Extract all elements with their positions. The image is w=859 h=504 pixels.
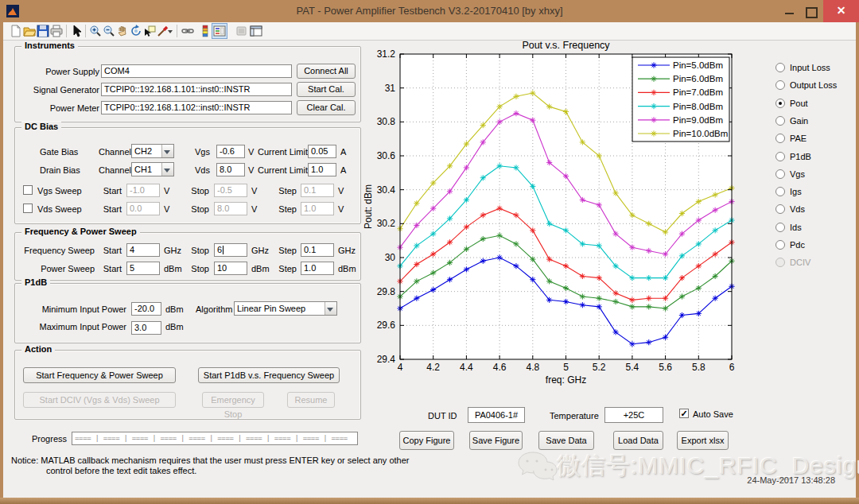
pan-icon[interactable]: [116, 25, 129, 37]
open-file-icon[interactable]: [23, 25, 36, 37]
vgs-sweep-step-field[interactable]: 0.1: [301, 184, 334, 197]
vgs-field[interactable]: -0.6: [216, 145, 245, 158]
freq-start-field[interactable]: 4: [126, 243, 160, 257]
radio-circle-icon[interactable]: [775, 116, 785, 126]
vds-sweep-start-field[interactable]: 0.0: [126, 202, 160, 215]
brush-dropdown-icon[interactable]: [167, 25, 173, 37]
radio-circle-icon[interactable]: [775, 204, 785, 214]
copy-figure-button[interactable]: Copy Figure: [399, 431, 454, 450]
freq-stop-field[interactable]: 6: [214, 243, 247, 257]
insert-colorbar-icon[interactable]: [199, 25, 212, 37]
vds-sweep-stop-field[interactable]: 8.0: [214, 202, 247, 215]
radio-circle-icon[interactable]: [775, 240, 785, 250]
chart-xlabel: freq: GHz: [546, 374, 586, 386]
svg-text:30: 30: [385, 252, 396, 263]
signal-generator-field[interactable]: TCPIP0::192.168.1.101::inst0::INSTR: [101, 83, 292, 96]
radio-label: P1dB: [790, 152, 811, 161]
load-data-button[interactable]: Load Data: [613, 431, 663, 450]
vgs-sweep-start-unit: V: [164, 186, 169, 196]
radio-circle-icon[interactable]: [775, 169, 785, 179]
drain-channel-select[interactable]: CH1: [131, 162, 174, 176]
save-data-button[interactable]: Save Data: [538, 431, 594, 450]
svg-text:4.2: 4.2: [426, 362, 440, 373]
legend-entry-pin-5-0dbm: Pin=5.0dBm: [673, 60, 723, 70]
radio-circle-icon[interactable]: [775, 80, 785, 90]
wechat-icon: [517, 451, 558, 486]
zoom-in-icon[interactable]: [89, 25, 102, 37]
radio-circle-icon[interactable]: [775, 63, 785, 72]
link-plots-icon[interactable]: [181, 25, 194, 37]
save-figure-button[interactable]: Save Figure: [469, 431, 523, 450]
vds-field[interactable]: 8.0: [216, 163, 245, 176]
radio-circle-icon[interactable]: [775, 187, 785, 196]
power-meter-field[interactable]: TCPIP0::192.168.1.102::inst0::INSTR: [101, 101, 292, 114]
gate-limit-field[interactable]: 0.05: [308, 145, 336, 158]
emergency-stop-button[interactable]: Emergency Stop: [202, 392, 264, 408]
auto-save-label: Auto Save: [693, 409, 733, 419]
radio-circle-icon[interactable]: [775, 223, 785, 232]
power-supply-field[interactable]: COM4: [101, 64, 292, 78]
temperature-field[interactable]: +25C: [604, 407, 663, 423]
svg-text:4: 4: [398, 362, 403, 373]
radio-circle-icon[interactable]: [775, 134, 785, 143]
resume-button[interactable]: Resume: [287, 392, 335, 408]
auto-save-checkbox[interactable]: ✓: [679, 409, 689, 418]
gate-bias-label: Gate Bias: [40, 147, 78, 157]
chart-ylabel: Pout: dBm: [363, 184, 374, 229]
drain-limit-field[interactable]: 1.0: [308, 163, 336, 176]
instruments-panel-title: Instruments: [21, 41, 78, 50]
radio-circle-icon[interactable]: [775, 99, 785, 108]
radio-circle-icon[interactable]: [775, 152, 785, 161]
vds-label: Vds: [186, 165, 210, 175]
gate-channel-label: Channel: [99, 147, 131, 157]
freq-step-field[interactable]: 0.1: [301, 243, 334, 257]
notice-text: Notice: MATLAB callback mechanism requir…: [11, 456, 410, 476]
max-input-power-field[interactable]: 3.0: [131, 321, 161, 335]
radio-label: Vgs: [790, 169, 805, 179]
algorithm-select[interactable]: Linear Pin Sweep: [234, 301, 337, 316]
vgs-sweep-stop-unit: V: [251, 186, 257, 196]
save-figure-icon[interactable]: [37, 25, 49, 37]
vgs-sweep-checkbox[interactable]: [23, 185, 33, 195]
power-step-field[interactable]: 1.0: [301, 262, 334, 275]
power-start-field[interactable]: 5: [126, 262, 160, 275]
connect-all-button[interactable]: Connect All: [297, 64, 356, 79]
chart-legend[interactable]: Pin=5.0dBmPin=6.0dBmPin=7.0dBmPin=8.0dBm…: [632, 57, 729, 142]
minimize-button[interactable]: [779, 0, 800, 22]
rotate-3d-icon[interactable]: [130, 25, 142, 37]
progress-field: ==== | ==== | ==== | ==== | ==== | ==== …: [72, 432, 358, 445]
show-plot-tools-icon[interactable]: [250, 25, 262, 37]
action-panel: Action Start Frequency & Power Sweep Sta…: [14, 350, 361, 420]
power-stop-field[interactable]: 10: [214, 262, 247, 275]
insert-legend-icon[interactable]: [213, 25, 226, 37]
maximize-button[interactable]: [800, 0, 821, 22]
start-cal-button[interactable]: Start Cal.: [297, 82, 356, 97]
zoom-out-icon[interactable]: [103, 25, 115, 37]
chart-title: Pout v.s. Frequency: [522, 40, 610, 51]
start-p1db-sweep-button[interactable]: Start P1dB v.s. Frequency Sweep: [198, 367, 340, 383]
svg-text:5.8: 5.8: [692, 362, 705, 373]
vgs-sweep-start-field[interactable]: -1.0: [126, 184, 160, 197]
start-dciv-sweep-button[interactable]: Start DCIV (Vgs & Vds) Sweep: [23, 392, 176, 408]
clear-cal-button[interactable]: Clear Cal.: [297, 100, 356, 115]
new-figure-icon[interactable]: [10, 25, 22, 37]
vds-sweep-step-field[interactable]: 1.0: [301, 202, 334, 215]
radio-label: Output Loss: [790, 80, 837, 90]
data-cursor-icon[interactable]: [143, 25, 156, 37]
pout-vs-frequency-chart[interactable]: 44.24.44.64.855.25.45.65.8629.429.629.83…: [362, 38, 756, 392]
print-figure-icon[interactable]: [50, 25, 63, 37]
close-button[interactable]: ✕: [823, 0, 859, 22]
vgs-sweep-stop-field[interactable]: -0.5: [214, 184, 247, 197]
export-xlsx-button[interactable]: Export xlsx: [677, 431, 729, 450]
pointer-icon[interactable]: [70, 25, 83, 37]
vds-sweep-checkbox[interactable]: [23, 204, 33, 213]
hide-plot-tools-icon[interactable]: [235, 25, 248, 37]
min-input-power-field[interactable]: -20.0: [131, 302, 161, 316]
gate-channel-select[interactable]: CH2: [131, 144, 174, 158]
radio-label: Gain: [790, 116, 808, 126]
drain-bias-label: Drain Bias: [40, 165, 80, 175]
start-freq-power-sweep-button[interactable]: Start Frequency & Power Sweep: [23, 367, 176, 383]
dut-id-field[interactable]: PA0406-1#: [468, 407, 525, 423]
power-start-label: Start: [95, 264, 122, 273]
power-stop-unit: dBm: [251, 264, 270, 273]
